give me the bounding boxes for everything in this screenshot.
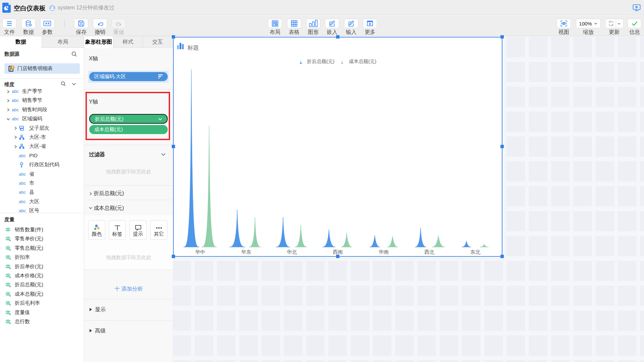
svg-text:华北: 华北 (286, 249, 297, 255)
svg-text:成本总额(元): 成本总额(元) (349, 59, 376, 64)
svg-text:华南: 华南 (378, 249, 389, 255)
svg-text:华中: 华中 (195, 249, 205, 255)
svg-text:西北: 西北 (424, 249, 434, 255)
svg-text:东北: 东北 (470, 249, 480, 255)
svg-text:折后总额(元): 折后总额(元) (307, 59, 334, 64)
svg-text:西南: 西南 (333, 249, 343, 255)
svg-text:华东: 华东 (241, 249, 251, 255)
